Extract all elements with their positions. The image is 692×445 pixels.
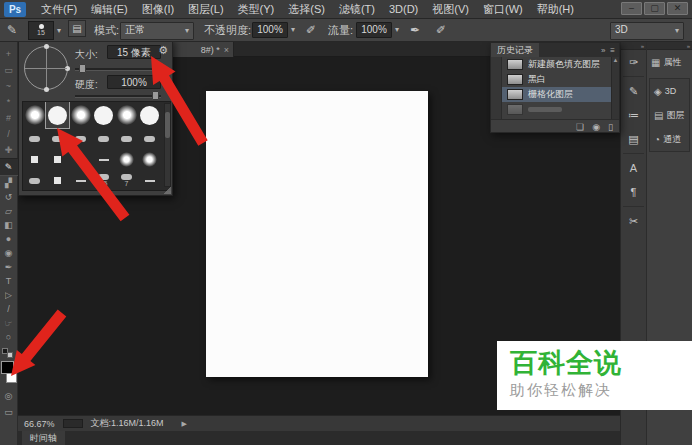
history-source-checkbox[interactable]	[491, 117, 502, 119]
paragraph-panel-icon[interactable]: ¶	[621, 180, 646, 204]
menu-item[interactable]: 3D(D)	[382, 0, 425, 18]
hardness-field[interactable]: 100%	[107, 75, 161, 89]
brush-preset[interactable]	[46, 170, 69, 191]
minimize-button[interactable]: –	[621, 2, 642, 15]
eyedropper-tool-icon[interactable]: /	[1, 126, 17, 142]
blur-tool-icon[interactable]: ●	[1, 232, 17, 246]
close-button[interactable]: ✕	[667, 2, 688, 15]
brush-preset[interactable]	[92, 149, 115, 170]
history-state-row[interactable]: 栅格化图层	[491, 87, 619, 102]
hardness-slider-thumb[interactable]	[152, 91, 159, 100]
brush-preset[interactable]	[23, 128, 46, 149]
pen-pressure-icon[interactable]: ✒	[410, 19, 420, 41]
mode-dropdown[interactable]: 正常 ▾	[120, 22, 194, 40]
clone-source-icon[interactable]: ▤	[621, 127, 646, 151]
brush-tool-icon[interactable]: ✎	[7, 19, 17, 41]
brush-preset[interactable]	[69, 102, 92, 128]
canvas-document[interactable]	[206, 91, 428, 377]
brush-preset[interactable]	[69, 149, 92, 170]
type-tool-icon[interactable]: T	[1, 274, 17, 288]
history-tab[interactable]: 历史记录	[491, 43, 539, 57]
hardness-slider[interactable]	[75, 95, 161, 98]
history-source-checkbox[interactable]	[491, 72, 502, 87]
brush-preset[interactable]	[23, 170, 46, 191]
brush-tool-icon[interactable]: ✎	[0, 158, 18, 176]
menu-item[interactable]: 选择(S)	[281, 0, 332, 18]
brush-preview-caret-icon[interactable]: ▾	[57, 23, 61, 39]
collapse-panel-icon[interactable]: »	[601, 46, 605, 55]
menu-item[interactable]: 编辑(E)	[84, 0, 135, 18]
history-source-checkbox[interactable]	[491, 102, 502, 117]
opacity-field[interactable]: 100%	[252, 22, 288, 38]
lasso-tool-icon[interactable]: ~	[1, 78, 17, 94]
timeline-tab[interactable]: 时间轴	[22, 431, 65, 445]
brush-preset[interactable]	[138, 128, 161, 149]
workspace-dropdown[interactable]: 3D ▾	[610, 22, 684, 40]
brush-preset[interactable]	[92, 128, 115, 149]
history-state-row[interactable]: 黑白	[491, 72, 619, 87]
brush-preset[interactable]	[69, 128, 92, 149]
brush-preset[interactable]	[115, 128, 138, 149]
brush-preset[interactable]	[46, 128, 69, 149]
layers-panel-button[interactable]: ▤图层	[650, 103, 689, 127]
brush-preset[interactable]	[92, 102, 115, 128]
brush-preview-button[interactable]: 15	[28, 21, 54, 40]
menu-item[interactable]: 帮助(H)	[530, 0, 581, 18]
brush-preset[interactable]	[23, 149, 46, 170]
brush-preset[interactable]	[46, 102, 69, 128]
clone-stamp-tool-icon[interactable]: ▞	[1, 176, 17, 190]
menu-item[interactable]: 视图(V)	[425, 0, 476, 18]
history-source-checkbox[interactable]	[491, 57, 502, 72]
brush-size-field[interactable]: 15 像素	[107, 45, 161, 59]
delete-state-icon[interactable]: ▯	[608, 122, 613, 132]
dodge-tool-icon[interactable]: ◉	[1, 246, 17, 260]
brush-panel-icon[interactable]: ✑	[621, 50, 646, 74]
brush-preset[interactable]: 25	[92, 170, 115, 191]
opacity-caret-icon[interactable]: ▾	[291, 22, 295, 38]
brush-angle-widget[interactable]	[24, 46, 68, 90]
brush-preset[interactable]	[138, 170, 161, 191]
brush-preset[interactable]: 7	[115, 170, 138, 191]
gradient-tool-icon[interactable]: ◧	[1, 218, 17, 232]
hand-tool-icon[interactable]: ☞	[1, 316, 17, 330]
history-state-row[interactable]	[491, 117, 619, 119]
healing-brush-tool-icon[interactable]: ✚	[1, 142, 17, 158]
brush-preset[interactable]	[138, 149, 161, 170]
history-brush-tool-icon[interactable]: ↺	[1, 190, 17, 204]
new-document-from-state-icon[interactable]: ❏	[576, 122, 584, 132]
preset-scrollbar[interactable]	[164, 103, 171, 187]
history-state-row[interactable]: 新建颜色填充图层	[491, 57, 619, 72]
channels-panel-button[interactable]: ◔通道	[650, 127, 689, 151]
dock-collapse-bar[interactable]: »	[621, 42, 646, 50]
brush-preset[interactable]	[115, 102, 138, 128]
menu-item[interactable]: 类型(Y)	[231, 0, 282, 18]
quick-selection-tool-icon[interactable]: *	[1, 94, 17, 110]
zoom-tool-icon[interactable]: ○	[1, 330, 17, 344]
scroll-up-icon[interactable]: ▲	[613, 57, 619, 63]
size-slider[interactable]	[75, 68, 161, 71]
brush-preset[interactable]	[138, 102, 161, 128]
maximize-button[interactable]: ▢	[644, 2, 665, 15]
history-state-row[interactable]	[491, 102, 619, 117]
brush-preset[interactable]	[23, 102, 46, 128]
default-colors-icon[interactable]	[2, 348, 16, 358]
preset-scrollbar-thumb[interactable]	[165, 112, 170, 138]
move-tool-icon[interactable]: +	[1, 46, 17, 62]
airbrush-icon[interactable]: ✐	[306, 19, 316, 41]
foreground-color-swatch[interactable]	[1, 361, 14, 374]
zoom-level[interactable]: 66.67%	[24, 419, 55, 429]
marquee-tool-icon[interactable]: ▭	[1, 62, 17, 78]
brush-preset[interactable]	[69, 170, 92, 191]
tool-presets-icon[interactable]: ≔	[621, 103, 646, 127]
pen-tool-icon[interactable]: ✒	[1, 260, 17, 274]
path-selection-tool-icon[interactable]: ▷	[1, 288, 17, 302]
airbrush-mode-icon[interactable]: ✐	[436, 19, 446, 41]
menu-item[interactable]: 窗口(W)	[476, 0, 530, 18]
character-panel-icon[interactable]: A	[621, 156, 646, 180]
gear-icon[interactable]: ⚙	[158, 44, 168, 57]
menu-item[interactable]: 滤镜(T)	[332, 0, 382, 18]
menu-item[interactable]: 图层(L)	[181, 0, 230, 18]
line-tool-icon[interactable]: /	[1, 302, 17, 316]
quick-mask-icon[interactable]: ◎	[1, 388, 17, 404]
panel-resize-handle[interactable]	[164, 187, 171, 194]
